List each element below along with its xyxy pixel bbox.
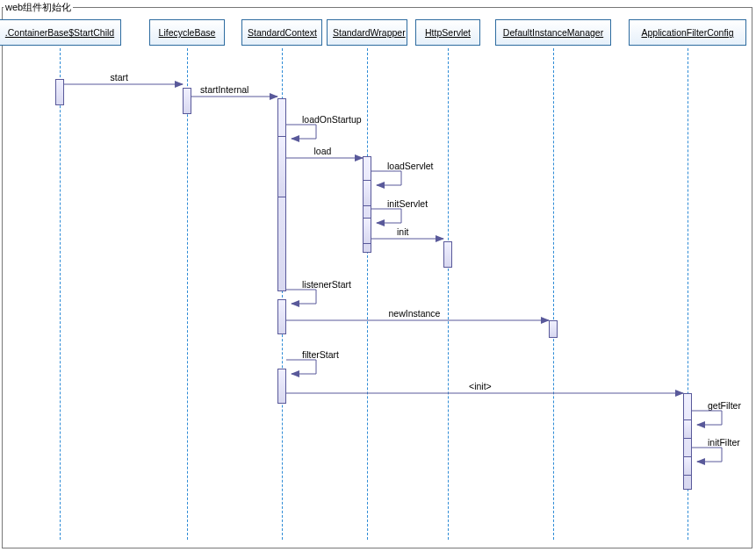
lifeline-4 [448,48,449,540]
message-label: <init> [469,381,492,391]
participant-label: LifecycleBase [159,27,216,38]
frame-title: web组件初始化 [4,1,73,14]
participant-0: .ContainerBase$StartChild [0,19,121,46]
activation [183,88,191,114]
message-label: startInternal [200,84,248,95]
participant-label: StandardWrapper [333,27,406,38]
message-label: loadServlet [387,161,434,171]
participant-5: DefaultInstanceManager [495,19,611,46]
frame-border [2,7,752,548]
activation [277,136,286,197]
lifeline-5 [553,48,554,540]
participant-6: ApplicationFilterConfig [629,19,746,46]
message-label: filterStart [302,349,339,360]
message-label: initFilter [708,437,740,448]
participant-label: StandardContext [248,27,317,38]
message-label: initServlet [387,198,428,209]
activation [277,369,286,404]
activation [683,456,692,476]
sequence-diagram-frame: web组件初始化 .ContainerBase$StartChildLifecy… [0,0,756,552]
activation [549,320,558,338]
lifeline-3 [367,48,368,540]
lifeline-0 [60,48,61,540]
participant-label: ApplicationFilterConfig [641,27,733,38]
message-label: start [111,72,128,82]
activation [363,218,371,244]
message-label: load [314,146,332,156]
activation [443,241,452,268]
message-label: getFilter [708,400,741,411]
participant-2: StandardContext [241,19,322,46]
participant-label: HttpServlet [425,27,471,38]
activation [363,180,371,206]
participant-3: StandardWrapper [327,19,407,46]
message-label: listenerStart [302,279,351,290]
activation [55,79,64,105]
message-label: init [397,226,408,237]
participant-label: DefaultInstanceManager [503,27,603,38]
message-label: newInstance [389,308,441,319]
participant-1: LifecycleBase [149,19,225,46]
lifeline-1 [187,48,188,540]
activation [683,419,692,439]
message-label: loadOnStartup [302,114,362,125]
participant-4: HttpServlet [415,19,480,46]
participant-label: .ContainerBase$StartChild [5,27,114,38]
activation [277,299,286,334]
